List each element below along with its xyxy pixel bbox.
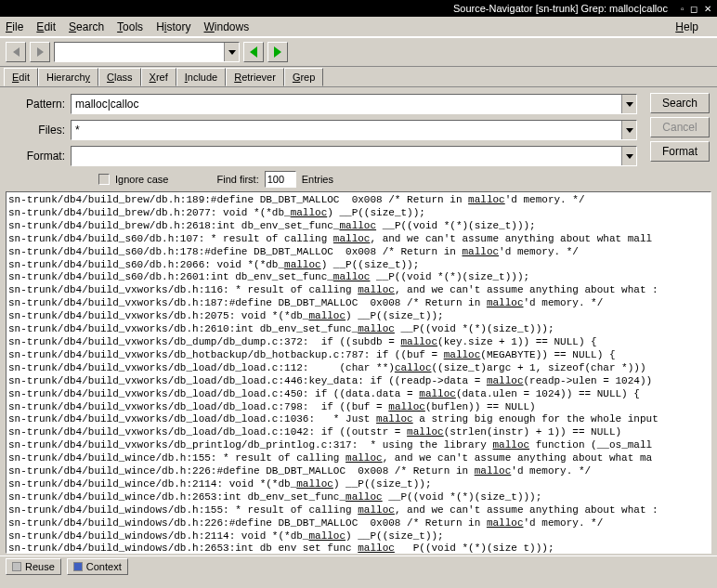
format-label: Format: bbox=[9, 150, 65, 163]
result-line[interactable]: sn-trunk/db4/build_vxworks/db_load/db_lo… bbox=[8, 426, 709, 439]
result-line[interactable]: sn-trunk/db4/build_vxworks/db.h:2610:int… bbox=[8, 323, 709, 336]
window-title: Source-Navigator [sn-trunk] Grep: malloc… bbox=[453, 3, 668, 14]
find-first-label: Find first: bbox=[216, 174, 258, 185]
menu-history[interactable]: History bbox=[156, 20, 190, 33]
result-line[interactable]: sn-trunk/db4/build_brew/db.h:2618:int db… bbox=[8, 220, 709, 233]
next-button[interactable] bbox=[267, 42, 288, 62]
format-dropdown[interactable] bbox=[621, 147, 636, 165]
result-line[interactable]: sn-trunk/db4/build_brew/db.h:189:#define… bbox=[8, 194, 709, 207]
result-line[interactable]: sn-trunk/db4/build_windows/db.h:226:#def… bbox=[8, 517, 709, 530]
result-line[interactable]: sn-trunk/db4/build_wince/db.h:2653:int d… bbox=[8, 491, 709, 504]
format-input[interactable] bbox=[72, 148, 621, 164]
ignore-case-label: Ignore case bbox=[115, 174, 168, 185]
tab-hierarchy[interactable]: Hierarchy bbox=[38, 68, 98, 86]
files-combo[interactable] bbox=[71, 120, 637, 140]
result-line[interactable]: sn-trunk/db4/build_wince/db.h:155: * res… bbox=[8, 452, 709, 465]
result-line[interactable]: sn-trunk/db4/build_windows/db.h:155: * r… bbox=[8, 504, 709, 517]
back-button[interactable] bbox=[6, 42, 26, 62]
find-first-input[interactable] bbox=[265, 171, 296, 188]
result-line[interactable]: sn-trunk/db4/build_vxworks/db_load/db_lo… bbox=[8, 375, 709, 388]
result-line[interactable]: sn-trunk/db4/build_wince/db.h:2114: void… bbox=[8, 478, 709, 491]
reuse-toggle[interactable]: Reuse bbox=[6, 558, 61, 575]
pattern-input[interactable] bbox=[72, 96, 621, 112]
files-input[interactable] bbox=[72, 122, 621, 138]
menu-edit[interactable]: Edit bbox=[36, 20, 56, 33]
files-dropdown[interactable] bbox=[621, 121, 636, 139]
ignore-case-checkbox[interactable] bbox=[98, 174, 110, 185]
statusbar: Reuse Context bbox=[0, 555, 717, 576]
toolbar bbox=[0, 37, 717, 67]
result-line[interactable]: sn-trunk/db4/build_vxworks/db_printlog/d… bbox=[8, 439, 709, 452]
files-label: Files: bbox=[9, 124, 65, 137]
tab-xref[interactable]: Xref bbox=[141, 68, 176, 86]
history-input[interactable] bbox=[55, 44, 224, 60]
results-pane[interactable]: sn-trunk/db4/build_brew/db.h:189:#define… bbox=[6, 191, 711, 554]
result-line[interactable]: sn-trunk/db4/build_s60/db.h:2601:int db_… bbox=[8, 271, 709, 284]
result-line[interactable]: sn-trunk/db4/build_windows/db.h:2653:int… bbox=[8, 542, 709, 554]
titlebar: Source-Navigator [sn-trunk] Grep: malloc… bbox=[0, 0, 717, 17]
format-button[interactable]: Format bbox=[650, 141, 710, 162]
entries-label: Entries bbox=[302, 174, 333, 185]
window-controls[interactable]: ▫ ◻ ✕ bbox=[681, 4, 713, 14]
tab-edit[interactable]: Edit bbox=[4, 68, 38, 86]
pattern-label: Pattern: bbox=[9, 98, 65, 111]
menu-tools[interactable]: Tools bbox=[117, 20, 143, 33]
result-line[interactable]: sn-trunk/db4/build_windows/db.h:2114: vo… bbox=[8, 530, 709, 543]
tab-retriever[interactable]: Retriever bbox=[226, 68, 284, 86]
result-line[interactable]: sn-trunk/db4/build_wince/db.h:226:#defin… bbox=[8, 465, 709, 478]
result-line[interactable]: sn-trunk/db4/build_brew/db.h:2077: void … bbox=[8, 207, 709, 220]
tab-include[interactable]: Include bbox=[176, 68, 226, 86]
history-dropdown[interactable] bbox=[224, 43, 239, 61]
format-combo[interactable] bbox=[71, 146, 637, 166]
menu-help[interactable]: Help bbox=[675, 20, 698, 33]
result-line[interactable]: sn-trunk/db4/build_vxworks/db_load/db_lo… bbox=[8, 413, 709, 426]
result-line[interactable]: sn-trunk/db4/build_s60/db.h:2066: void *… bbox=[8, 259, 709, 272]
result-line[interactable]: sn-trunk/db4/build_s60/db.h:107: * resul… bbox=[8, 233, 709, 246]
result-line[interactable]: sn-trunk/db4/build_vxworks/db.h:187:#def… bbox=[8, 297, 709, 310]
tabbar: Edit Hierarchy Class Xref Include Retrie… bbox=[0, 67, 717, 87]
result-line[interactable]: sn-trunk/db4/build_vxworks/db_load/db_lo… bbox=[8, 362, 709, 375]
forward-button[interactable] bbox=[30, 42, 50, 62]
result-line[interactable]: sn-trunk/db4/build_vxworks/db_dump/db_du… bbox=[8, 336, 709, 349]
result-line[interactable]: sn-trunk/db4/build_vxworks/db.h:2075: vo… bbox=[8, 310, 709, 323]
tab-class[interactable]: Class bbox=[98, 68, 141, 86]
result-line[interactable]: sn-trunk/db4/build_vxworks/db_hotbackup/… bbox=[8, 349, 709, 362]
search-button[interactable]: Search bbox=[650, 93, 710, 113]
pattern-combo[interactable] bbox=[71, 94, 637, 114]
pattern-dropdown[interactable] bbox=[621, 95, 636, 113]
menu-windows[interactable]: Windows bbox=[203, 20, 249, 33]
result-line[interactable]: sn-trunk/db4/build_s60/db.h:178:#define … bbox=[8, 246, 709, 259]
result-line[interactable]: sn-trunk/db4/build_vxworks/db_load/db_lo… bbox=[8, 388, 709, 401]
cancel-button: Cancel bbox=[650, 117, 710, 137]
prev-button[interactable] bbox=[243, 42, 264, 62]
result-line[interactable]: sn-trunk/db4/build_vxworks/db_load/db_lo… bbox=[8, 401, 709, 414]
tab-grep[interactable]: Grep bbox=[284, 68, 323, 86]
result-line[interactable]: sn-trunk/db4/build_vxworks/db.h:116: * r… bbox=[8, 284, 709, 297]
history-combo[interactable] bbox=[54, 42, 240, 62]
menubar: File Edit Search Tools History Windows H… bbox=[0, 17, 717, 37]
context-toggle[interactable]: Context bbox=[67, 558, 128, 575]
menu-search[interactable]: Search bbox=[69, 20, 104, 33]
menu-file[interactable]: File bbox=[6, 20, 23, 33]
